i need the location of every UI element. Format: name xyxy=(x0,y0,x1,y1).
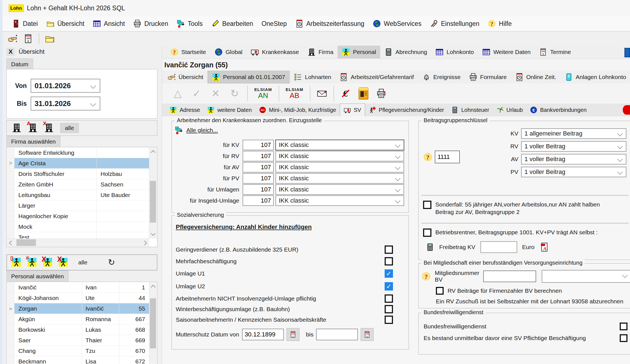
pdf-document-icon[interactable] xyxy=(539,242,549,252)
personal-alle-button[interactable]: alle xyxy=(74,258,92,267)
tab-d-minijob[interactable]: Mini-, Midi-Job, Kurzfristige xyxy=(255,104,340,116)
firma-alle-button[interactable]: alle xyxy=(60,123,79,133)
sv-pflichtig-davor-checkbox[interactable] xyxy=(620,334,627,342)
menu-ansicht[interactable]: Ansicht xyxy=(89,16,129,31)
personal-row[interactable]: ChangTzu670 xyxy=(7,346,149,356)
elstam-an-button[interactable]: ELStAMAN xyxy=(254,87,272,99)
firma-row[interactable]: Lärger xyxy=(7,200,149,211)
refresh-icon[interactable]: ↻ xyxy=(108,258,115,267)
umlage-u2-checkbox[interactable] xyxy=(385,282,393,291)
copy-all-icon[interactable] xyxy=(175,126,183,134)
firma-remove-icon[interactable]: X xyxy=(44,123,55,133)
firma-row[interactable]: Doris StoffschulerHolzbau xyxy=(7,169,149,179)
rv-kasse-combobox[interactable]: IKK classic xyxy=(275,151,404,161)
firma-row[interactable]: Software Entwicklung xyxy=(7,147,149,158)
mehrfachbeschaeftigung-checkbox[interactable] xyxy=(385,257,393,265)
firma-add-icon[interactable]: A xyxy=(28,123,38,133)
tab-datum[interactable]: Datum xyxy=(6,58,33,70)
scrollbar-thumb[interactable] xyxy=(150,298,156,348)
tab-d-sv[interactable]: SV xyxy=(340,104,365,116)
firma-select-icon[interactable] xyxy=(12,123,22,133)
tab-personal-auswaehlen[interactable]: Personal auswählen xyxy=(6,270,69,282)
tab-p-arbeitszeit[interactable]: Arbeitszeit/Gefahrentarif xyxy=(335,71,418,83)
saisonarbeitnehmer-checkbox[interactable] xyxy=(385,316,393,324)
betriebsrentner-checkbox[interactable] xyxy=(423,228,431,237)
rv-firmenzahler-checkbox[interactable] xyxy=(436,287,444,295)
firma-row[interactable]: Mock xyxy=(7,222,149,232)
geringverdiener-checkbox[interactable] xyxy=(385,245,393,254)
tab-abrechnung[interactable]: Abrechnung xyxy=(380,46,431,58)
tab-global[interactable]: Global xyxy=(210,46,247,58)
printer-icon[interactable] xyxy=(376,88,386,99)
help-icon[interactable] xyxy=(421,272,431,281)
av-kasse-combobox[interactable]: IKK classic xyxy=(275,162,404,173)
euro-crossed-icon[interactable] xyxy=(341,88,351,99)
tab-krankenkasse[interactable]: Krankenkasse xyxy=(246,46,303,58)
pflegeversicherung-kinder-link[interactable]: Pflegeversicherung: Anzahl Kinder hinzuf… xyxy=(176,223,312,231)
elstam-ab-button[interactable]: ELStAMAB xyxy=(286,87,304,99)
personal-row[interactable]: Kögil-JohansonUte44 xyxy=(7,293,149,303)
menu-webservices[interactable]: WebServices xyxy=(368,16,426,31)
tab-d-pflegeversicherung[interactable]: Pflegeversicherung/Kinder xyxy=(365,104,448,116)
bg-pv-combobox[interactable]: 1 voller Beitrag xyxy=(521,167,626,177)
personal-row-selected[interactable]: »ZorganIvančić55 xyxy=(7,303,149,314)
firma-row-selected[interactable]: >Age Crista xyxy=(7,158,149,169)
winterbeschaeftigung-checkbox[interactable] xyxy=(385,305,393,313)
tab-d-urlaub[interactable]: Urlaub xyxy=(493,104,526,116)
bg-kv-combobox[interactable]: 1 allgemeiner Beitrag xyxy=(521,128,626,139)
tab-p-lohnarten[interactable]: Lohnarten xyxy=(290,71,336,83)
firma-row[interactable]: LeitungsbauUte Bauder xyxy=(7,190,149,200)
av-number-input[interactable] xyxy=(243,162,274,173)
scrollbar-thumb[interactable] xyxy=(150,181,156,223)
personal-select-icon[interactable]: ▯ xyxy=(11,257,22,268)
tab-d-lohnsteuer[interactable]: Lohnsteuer xyxy=(448,104,493,116)
date-to-combobox[interactable]: 31.01.2026 xyxy=(31,97,100,110)
kv-kasse-combobox[interactable]: IKK classic xyxy=(275,140,404,150)
menu-hilfe[interactable]: Hilfe xyxy=(484,16,516,31)
reload-button[interactable]: ↻ xyxy=(228,88,241,99)
menu-uebersicht[interactable]: Übersicht xyxy=(42,16,89,31)
scrollbar-thumb[interactable] xyxy=(16,239,36,246)
mutterschutz-bis-input[interactable] xyxy=(316,329,358,340)
personal-row[interactable]: SaerThaier669 xyxy=(7,335,149,346)
freibetrag-input[interactable] xyxy=(480,241,517,253)
umlagen-kasse-combobox[interactable]: IKK classic xyxy=(275,184,404,195)
tab-p-uebersicht[interactable]: Übersicht xyxy=(163,71,207,83)
tab-d-bankverbindungen[interactable]: Bankverbindungen xyxy=(526,104,590,116)
bv-combobox[interactable] xyxy=(542,270,630,283)
help-icon[interactable] xyxy=(423,152,433,162)
umlage-u1-checkbox[interactable] xyxy=(385,269,393,278)
firma-horizontal-scrollbar[interactable] xyxy=(7,238,149,247)
calendar-jan1-icon[interactable] xyxy=(23,34,33,44)
insgeld-kasse-combobox[interactable]: IKK classic xyxy=(275,195,404,206)
menu-bearbeiten[interactable]: Bearbeiten xyxy=(207,16,257,31)
personal-delete-icon[interactable]: X xyxy=(58,257,69,268)
cancel-button[interactable]: ✕ xyxy=(209,88,222,99)
mitgliedsnummer-input[interactable] xyxy=(483,270,536,282)
tab-p-ereignisse[interactable]: Ereignisse xyxy=(418,71,465,83)
mutterschutz-von-input[interactable] xyxy=(242,329,284,340)
alle-gleich-link[interactable]: Alle gleich... xyxy=(186,127,218,134)
beitragsgruppen-key-input[interactable] xyxy=(435,151,460,163)
personal-number-icon[interactable]: # xyxy=(27,257,38,268)
menu-drucken[interactable]: Drucken xyxy=(129,16,172,31)
calculator-icon[interactable] xyxy=(426,243,434,251)
menu-tools[interactable]: Tools xyxy=(172,16,207,31)
tab-d-adresse[interactable]: Adresse xyxy=(166,104,204,116)
tab-p-anlagen-lohnkonto[interactable]: Anlagen Lohnkonto xyxy=(560,71,630,83)
firma-row[interactable]: Hagenlocher Kopie xyxy=(7,211,149,222)
tab-startseite[interactable]: Startseite xyxy=(166,46,210,58)
kv-number-input[interactable] xyxy=(243,140,274,150)
hand-pointer-icon[interactable] xyxy=(8,34,18,44)
tab-p-formulare[interactable]: Formulare xyxy=(465,71,511,83)
tab-firma-auswaehlen[interactable]: Firma auswählen xyxy=(6,136,60,147)
menu-einstellungen[interactable]: Einstellungen xyxy=(426,16,484,31)
umlagen-number-input[interactable] xyxy=(243,184,274,195)
personal-remove-icon[interactable]: X xyxy=(43,257,53,268)
insgeld-number-input[interactable] xyxy=(243,195,274,206)
confirm-button[interactable]: ✓ xyxy=(191,88,203,99)
personal-row[interactable]: AkgünRomanna667 xyxy=(7,314,149,324)
envelope-icon[interactable] xyxy=(317,88,327,99)
tab-lohnkonto[interactable]: Lohnkonto xyxy=(431,46,478,58)
tab-p-personal-ab[interactable]: Personal ab 01.01.2007 xyxy=(207,71,290,83)
